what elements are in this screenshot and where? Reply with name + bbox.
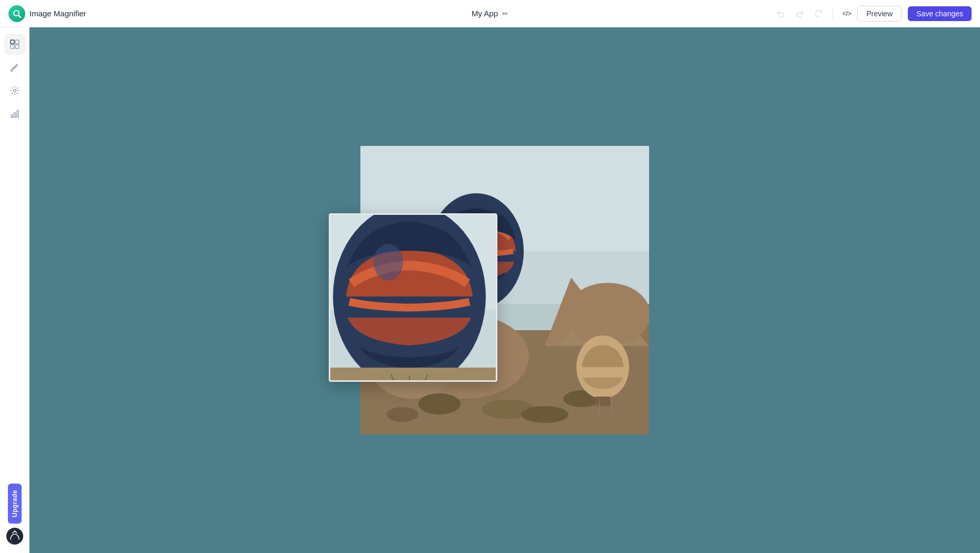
redo-button[interactable] xyxy=(791,5,808,22)
svg-line-1 xyxy=(18,15,21,17)
svg-rect-5 xyxy=(15,45,19,48)
topbar: Image Magnifier My App ✏ </ xyxy=(0,0,980,27)
logo-area: Image Magnifier xyxy=(8,5,86,22)
svg-rect-2 xyxy=(11,40,14,44)
save-changes-button[interactable]: Save changes xyxy=(908,6,972,21)
undo-button[interactable] xyxy=(772,5,789,22)
svg-rect-9 xyxy=(17,111,18,117)
edit-app-name-icon[interactable]: ✏ xyxy=(502,9,508,18)
main-layout: Upgrade xyxy=(0,27,980,553)
sidebar-item-tools[interactable] xyxy=(4,57,25,78)
topbar-center: My App ✏ xyxy=(472,9,508,18)
svg-rect-7 xyxy=(11,115,13,117)
svg-rect-35 xyxy=(595,397,611,406)
upgrade-button[interactable]: Upgrade xyxy=(8,483,22,524)
restore-button[interactable] xyxy=(810,5,827,22)
svg-rect-8 xyxy=(14,113,15,117)
svg-point-6 xyxy=(13,90,16,92)
svg-point-26 xyxy=(521,406,569,423)
svg-point-22 xyxy=(418,393,460,414)
app-logo xyxy=(8,5,25,22)
sidebar-item-layout[interactable] xyxy=(4,34,25,55)
svg-rect-42 xyxy=(330,368,497,382)
toolbar-divider xyxy=(832,7,833,20)
svg-rect-4 xyxy=(11,45,14,48)
main-image-container xyxy=(360,146,649,434)
sidebar-item-settings[interactable] xyxy=(4,80,25,101)
app-title: Image Magnifier xyxy=(30,9,86,18)
avatar[interactable] xyxy=(6,528,23,545)
code-view-button[interactable]: </> xyxy=(838,5,855,22)
sidebar-bottom: Upgrade xyxy=(6,483,23,545)
svg-point-25 xyxy=(387,407,418,422)
svg-rect-3 xyxy=(15,40,19,44)
sidebar-item-analytics[interactable] xyxy=(4,103,25,124)
sidebar: Upgrade xyxy=(0,27,30,553)
magnifier-overlay xyxy=(329,213,497,382)
current-app-name: My App xyxy=(472,9,498,18)
canvas-area[interactable] xyxy=(30,27,980,553)
topbar-actions: </> Preview Save changes xyxy=(772,5,972,22)
svg-point-41 xyxy=(374,244,403,281)
preview-button[interactable]: Preview xyxy=(857,6,901,22)
